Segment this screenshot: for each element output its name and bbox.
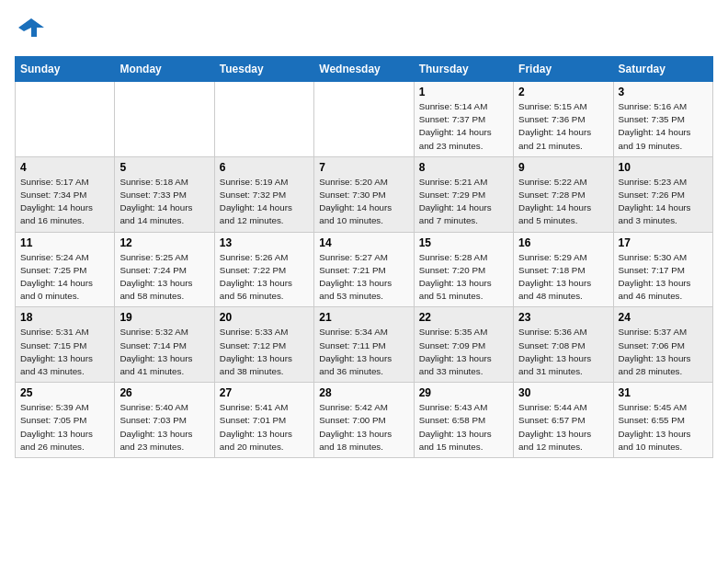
calendar-cell [115, 82, 214, 157]
calendar-cell: 18Sunrise: 5:31 AMSunset: 7:15 PMDayligh… [16, 307, 115, 383]
day-info: Sunrise: 5:20 AMSunset: 7:30 PMDaylight:… [319, 176, 408, 228]
day-info: Sunrise: 5:37 AMSunset: 7:06 PMDaylight:… [619, 326, 708, 378]
calendar-cell: 19Sunrise: 5:32 AMSunset: 7:14 PMDayligh… [115, 307, 214, 383]
day-number: 17 [619, 236, 708, 249]
day-info: Sunrise: 5:39 AMSunset: 7:05 PMDaylight:… [20, 401, 109, 454]
day-info: Sunrise: 5:21 AMSunset: 7:29 PMDaylight:… [419, 176, 508, 228]
weekday-header-wednesday: Wednesday [314, 57, 414, 82]
day-number: 6 [220, 161, 309, 174]
calendar-cell: 3Sunrise: 5:16 AMSunset: 7:35 PMDaylight… [613, 82, 712, 157]
calendar-cell: 31Sunrise: 5:45 AMSunset: 6:55 PMDayligh… [613, 383, 712, 458]
day-info: Sunrise: 5:19 AMSunset: 7:32 PMDaylight:… [220, 176, 309, 228]
day-number: 14 [319, 236, 408, 249]
day-info: Sunrise: 5:18 AMSunset: 7:33 PMDaylight:… [119, 176, 209, 228]
day-info: Sunrise: 5:31 AMSunset: 7:15 PMDaylight:… [20, 326, 109, 378]
calendar-cell: 27Sunrise: 5:41 AMSunset: 7:01 PMDayligh… [214, 383, 313, 458]
calendar-cell: 16Sunrise: 5:29 AMSunset: 7:18 PMDayligh… [514, 232, 613, 307]
weekday-header-monday: Monday [115, 57, 214, 82]
day-number: 22 [419, 311, 508, 324]
day-number: 3 [619, 86, 708, 98]
day-number: 28 [319, 386, 408, 399]
day-info: Sunrise: 5:16 AMSunset: 7:35 PMDaylight:… [619, 100, 708, 153]
day-number: 7 [319, 161, 408, 174]
calendar-cell: 30Sunrise: 5:44 AMSunset: 6:57 PMDayligh… [514, 383, 613, 458]
day-info: Sunrise: 5:14 AMSunset: 7:37 PMDaylight:… [419, 100, 508, 153]
calendar-cell: 24Sunrise: 5:37 AMSunset: 7:06 PMDayligh… [613, 307, 712, 383]
day-number: 23 [518, 311, 608, 324]
weekday-header-tuesday: Tuesday [214, 57, 313, 82]
calendar-cell: 12Sunrise: 5:25 AMSunset: 7:24 PMDayligh… [115, 232, 214, 307]
calendar-cell: 8Sunrise: 5:21 AMSunset: 7:29 PMDaylight… [414, 156, 513, 232]
calendar-cell [314, 82, 414, 157]
logo-bird-icon [18, 15, 44, 40]
day-info: Sunrise: 5:17 AMSunset: 7:34 PMDaylight:… [20, 176, 109, 228]
calendar-cell: 14Sunrise: 5:27 AMSunset: 7:21 PMDayligh… [314, 232, 414, 307]
day-info: Sunrise: 5:44 AMSunset: 6:57 PMDaylight:… [518, 401, 608, 454]
day-info: Sunrise: 5:27 AMSunset: 7:21 PMDaylight:… [319, 251, 408, 304]
svg-marker-0 [18, 18, 44, 37]
weekday-header-sunday: Sunday [16, 57, 115, 82]
day-info: Sunrise: 5:43 AMSunset: 6:58 PMDaylight:… [419, 401, 508, 454]
day-info: Sunrise: 5:34 AMSunset: 7:11 PMDaylight:… [319, 326, 408, 378]
day-info: Sunrise: 5:32 AMSunset: 7:14 PMDaylight:… [119, 326, 209, 378]
day-number: 2 [518, 86, 608, 98]
day-number: 25 [20, 386, 109, 399]
calendar-cell: 29Sunrise: 5:43 AMSunset: 6:58 PMDayligh… [414, 383, 513, 458]
calendar-cell: 7Sunrise: 5:20 AMSunset: 7:30 PMDaylight… [314, 156, 414, 232]
day-info: Sunrise: 5:15 AMSunset: 7:36 PMDaylight:… [518, 100, 608, 153]
day-info: Sunrise: 5:25 AMSunset: 7:24 PMDaylight:… [119, 251, 209, 304]
day-number: 15 [419, 236, 508, 249]
day-number: 19 [119, 311, 209, 324]
page-header [15, 15, 713, 45]
day-info: Sunrise: 5:36 AMSunset: 7:08 PMDaylight:… [518, 326, 608, 378]
calendar-cell: 15Sunrise: 5:28 AMSunset: 7:20 PMDayligh… [414, 232, 513, 307]
calendar-cell [214, 82, 313, 157]
day-number: 1 [419, 86, 508, 98]
day-number: 8 [419, 161, 508, 174]
day-number: 4 [20, 161, 109, 174]
calendar-cell: 5Sunrise: 5:18 AMSunset: 7:33 PMDaylight… [115, 156, 214, 232]
day-info: Sunrise: 5:28 AMSunset: 7:20 PMDaylight:… [419, 251, 508, 304]
calendar-cell: 22Sunrise: 5:35 AMSunset: 7:09 PMDayligh… [414, 307, 513, 383]
day-number: 29 [419, 386, 508, 399]
calendar-cell: 2Sunrise: 5:15 AMSunset: 7:36 PMDaylight… [514, 82, 613, 157]
day-number: 10 [619, 161, 708, 174]
calendar-cell: 11Sunrise: 5:24 AMSunset: 7:25 PMDayligh… [16, 232, 115, 307]
calendar-cell: 28Sunrise: 5:42 AMSunset: 7:00 PMDayligh… [314, 383, 414, 458]
day-number: 13 [220, 236, 309, 249]
day-number: 20 [220, 311, 309, 324]
day-number: 18 [20, 311, 109, 324]
day-number: 31 [619, 386, 708, 399]
calendar-cell [16, 82, 115, 157]
day-info: Sunrise: 5:35 AMSunset: 7:09 PMDaylight:… [419, 326, 508, 378]
day-number: 30 [518, 386, 608, 399]
day-info: Sunrise: 5:26 AMSunset: 7:22 PMDaylight:… [220, 251, 309, 304]
calendar-cell: 4Sunrise: 5:17 AMSunset: 7:34 PMDaylight… [16, 156, 115, 232]
calendar-cell: 21Sunrise: 5:34 AMSunset: 7:11 PMDayligh… [314, 307, 414, 383]
day-number: 5 [119, 161, 209, 174]
weekday-header-thursday: Thursday [414, 57, 513, 82]
day-info: Sunrise: 5:29 AMSunset: 7:18 PMDaylight:… [518, 251, 608, 304]
day-number: 21 [319, 311, 408, 324]
day-number: 11 [20, 236, 109, 249]
weekday-header-saturday: Saturday [613, 57, 712, 82]
calendar-cell: 23Sunrise: 5:36 AMSunset: 7:08 PMDayligh… [514, 307, 613, 383]
day-number: 16 [518, 236, 608, 249]
day-info: Sunrise: 5:40 AMSunset: 7:03 PMDaylight:… [119, 401, 209, 454]
calendar-cell: 26Sunrise: 5:40 AMSunset: 7:03 PMDayligh… [115, 383, 214, 458]
day-number: 12 [119, 236, 209, 249]
day-number: 24 [619, 311, 708, 324]
day-info: Sunrise: 5:23 AMSunset: 7:26 PMDaylight:… [619, 176, 708, 228]
calendar-cell: 25Sunrise: 5:39 AMSunset: 7:05 PMDayligh… [16, 383, 115, 458]
calendar-cell: 1Sunrise: 5:14 AMSunset: 7:37 PMDaylight… [414, 82, 513, 157]
weekday-header-friday: Friday [514, 57, 613, 82]
calendar-cell: 9Sunrise: 5:22 AMSunset: 7:28 PMDaylight… [514, 156, 613, 232]
calendar-cell: 13Sunrise: 5:26 AMSunset: 7:22 PMDayligh… [214, 232, 313, 307]
logo [15, 15, 44, 45]
day-number: 9 [518, 161, 608, 174]
calendar-cell: 20Sunrise: 5:33 AMSunset: 7:12 PMDayligh… [214, 307, 313, 383]
calendar-cell: 17Sunrise: 5:30 AMSunset: 7:17 PMDayligh… [613, 232, 712, 307]
day-info: Sunrise: 5:24 AMSunset: 7:25 PMDaylight:… [20, 251, 109, 304]
day-info: Sunrise: 5:30 AMSunset: 7:17 PMDaylight:… [619, 251, 708, 304]
day-info: Sunrise: 5:22 AMSunset: 7:28 PMDaylight:… [518, 176, 608, 228]
